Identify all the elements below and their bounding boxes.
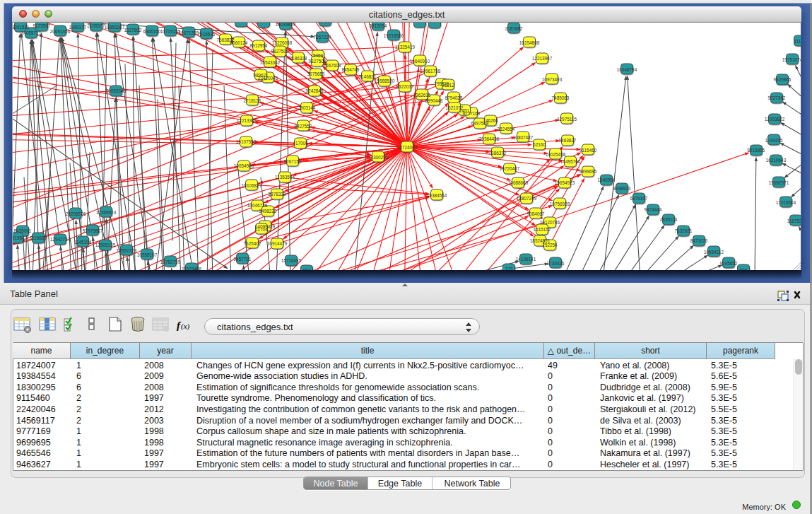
svg-text:10654112: 10654112: [704, 250, 724, 255]
svg-text:2803144: 2803144: [298, 105, 316, 110]
svg-text:11353594: 11353594: [275, 175, 295, 180]
svg-text:19218506: 19218506: [384, 33, 404, 38]
svg-text:814304: 814304: [317, 23, 333, 24]
svg-text:1244415: 1244415: [765, 138, 783, 143]
svg-text:20053346: 20053346: [106, 88, 126, 93]
svg-text:(x): (x): [181, 322, 190, 331]
svg-text:10973493: 10973493: [542, 77, 563, 82]
svg-text:10107553: 10107553: [236, 139, 257, 144]
svg-text:9463627: 9463627: [559, 138, 577, 143]
svg-text:93975887: 93975887: [83, 228, 103, 233]
svg-text:2109377: 2109377: [88, 23, 105, 28]
svg-text:9457791: 9457791: [234, 257, 252, 262]
svg-text:10025458: 10025458: [546, 152, 566, 157]
svg-text:10654906: 10654906: [234, 163, 254, 168]
svg-text:9084067: 9084067: [527, 211, 545, 216]
svg-text:2391511: 2391511: [13, 25, 30, 30]
svg-text:1621072: 1621072: [446, 105, 464, 110]
svg-text:17957223: 17957223: [117, 248, 137, 253]
svg-text:20691406: 20691406: [50, 29, 71, 34]
svg-text:7357224: 7357224: [314, 35, 331, 40]
svg-text:19654923: 19654923: [555, 180, 575, 185]
svg-text:19106827: 19106827: [242, 183, 262, 188]
svg-text:1362615: 1362615: [413, 93, 431, 98]
svg-text:16671355: 16671355: [179, 30, 199, 35]
svg-text:15716485: 15716485: [281, 258, 302, 263]
svg-text:18807249: 18807249: [517, 196, 537, 201]
svg-text:16154808: 16154808: [519, 40, 540, 45]
svg-text:15751074: 15751074: [782, 57, 801, 62]
svg-text:1615152: 1615152: [534, 227, 551, 232]
svg-text:8267150: 8267150: [284, 159, 302, 164]
svg-text:2718126: 2718126: [244, 98, 261, 103]
svg-text:9245652: 9245652: [720, 261, 738, 266]
svg-text:8322037: 8322037: [396, 84, 414, 89]
svg-text:15720407: 15720407: [500, 166, 520, 171]
svg-text:16543362: 16543362: [260, 60, 281, 65]
svg-text:8186328: 8186328: [290, 56, 307, 61]
svg-text:9827503: 9827503: [271, 49, 289, 54]
svg-text:10719155: 10719155: [160, 29, 181, 34]
svg-text:11122: 11122: [794, 39, 801, 44]
svg-text:13226058: 13226058: [272, 40, 293, 45]
svg-text:20364436: 20364436: [479, 136, 500, 141]
svg-text:8938923: 8938923: [613, 186, 631, 191]
svg-text:16914479: 16914479: [267, 241, 288, 246]
svg-text:9329966: 9329966: [774, 77, 792, 82]
svg-text:16033809: 16033809: [276, 23, 296, 27]
svg-text:15588520: 15588520: [375, 78, 395, 83]
svg-text:9899695: 9899695: [579, 169, 597, 174]
svg-text:8435061: 8435061: [14, 228, 32, 233]
svg-text:252254: 252254: [542, 243, 558, 247]
svg-text:7386372: 7386372: [489, 151, 507, 156]
svg-text:1167533: 1167533: [787, 218, 801, 223]
svg-text:12942737: 12942737: [50, 237, 71, 242]
svg-text:96812: 96812: [442, 83, 454, 88]
svg-text:6466160: 6466160: [143, 29, 161, 34]
svg-text:12213967: 12213967: [532, 56, 553, 61]
svg-text:10120746: 10120746: [540, 220, 560, 225]
svg-text:1115689: 1115689: [30, 235, 47, 240]
svg-text:8813054: 8813054: [370, 23, 387, 28]
svg-text:1733426: 1733426: [547, 261, 565, 266]
svg-text:18724007: 18724007: [397, 145, 418, 150]
svg-text:10853267: 10853267: [105, 25, 125, 30]
svg-text:989621: 989621: [253, 73, 269, 78]
svg-text:2935114: 2935114: [660, 217, 678, 222]
svg-text:1890377: 1890377: [69, 25, 87, 30]
svg-text:12093822: 12093822: [765, 117, 785, 122]
svg-text:391584: 391584: [13, 235, 25, 240]
svg-text:11325419: 11325419: [395, 45, 415, 49]
svg-text:2667608: 2667608: [324, 63, 341, 68]
svg-text:14136141: 14136141: [516, 257, 536, 262]
svg-text:10756928: 10756928: [550, 201, 570, 206]
svg-text:1527602: 1527602: [124, 28, 142, 33]
svg-text:14055721: 14055721: [21, 30, 42, 35]
svg-text:20206576: 20206576: [66, 211, 86, 216]
svg-text:7485063: 7485063: [552, 95, 570, 100]
svg-text:8912954: 8912954: [250, 43, 268, 48]
svg-text:746266: 746266: [483, 118, 498, 123]
svg-text:5469: 5469: [313, 53, 324, 58]
svg-text:12975115: 12975115: [557, 117, 577, 122]
svg-text:8878332: 8878332: [269, 192, 286, 197]
svg-text:9660124: 9660124: [230, 40, 248, 45]
svg-text:14495766: 14495766: [560, 159, 581, 164]
svg-text:16648784: 16648784: [617, 67, 637, 72]
svg-text:3675685: 3675685: [307, 71, 325, 76]
svg-text:10688609: 10688609: [508, 180, 529, 185]
svg-text:16782759: 16782759: [160, 259, 181, 264]
svg-text:7625402: 7625402: [244, 241, 261, 246]
svg-text:7632621: 7632621: [675, 228, 693, 233]
svg-text:8427552: 8427552: [295, 124, 312, 129]
svg-text:9242848: 9242848: [306, 88, 324, 93]
svg-text:8454749: 8454749: [342, 67, 360, 72]
svg-text:9115460: 9115460: [579, 148, 597, 153]
svg-text:12213369: 12213369: [237, 118, 257, 123]
svg-text:10958107: 10958107: [137, 252, 158, 257]
svg-text:9227342: 9227342: [768, 95, 786, 100]
svg-text:7515526: 7515526: [198, 32, 216, 37]
svg-text:16210643: 16210643: [766, 158, 787, 163]
svg-text:8215955: 8215955: [748, 148, 765, 153]
svg-text:18300295: 18300295: [368, 155, 389, 160]
